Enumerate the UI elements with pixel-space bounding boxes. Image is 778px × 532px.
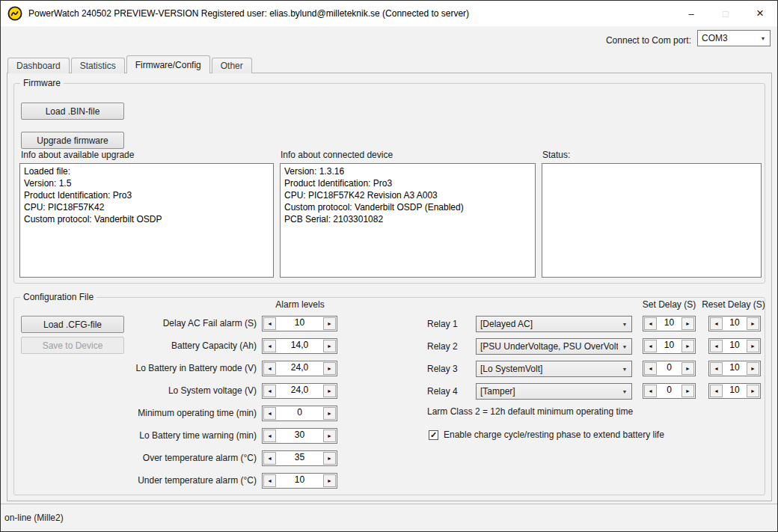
spin-right-icon[interactable]: ► xyxy=(747,385,759,397)
relay-1-select[interactable]: [Delayed AC] ▼ xyxy=(476,316,632,332)
set-delay-spinner[interactable]: ◄ 10 ► xyxy=(643,316,696,331)
spin-right-icon[interactable]: ► xyxy=(681,385,694,397)
spin-right-icon[interactable]: ► xyxy=(681,362,694,375)
relay-label: Relay 4 xyxy=(427,383,466,400)
tab-strip: Dashboard Statistics Firmware/Config Oth… xyxy=(7,55,254,73)
available-upgrade-info: Loaded file: Version: 1.5 Product Identi… xyxy=(19,163,274,278)
alarm-spinner[interactable]: ◄ 10 ► xyxy=(262,473,337,489)
spin-left-icon[interactable]: ◄ xyxy=(710,362,723,375)
close-button[interactable]: × xyxy=(743,1,777,26)
chevron-down-icon: ▼ xyxy=(618,367,631,372)
set-delay-value[interactable]: 0 xyxy=(658,384,681,398)
relay-row: Relay 3 [Lo SystemVolt] ▼ ◄ 0 ► ◄ 10 ► xyxy=(14,361,765,377)
tab-label: Other xyxy=(221,61,243,71)
alarm-value[interactable]: 35 xyxy=(277,451,322,465)
charge-checkbox-label: Enable charge cycle/resting phase to ext… xyxy=(444,429,664,441)
set-delay-value[interactable]: 10 xyxy=(658,317,681,331)
spin-right-icon[interactable]: ► xyxy=(323,452,336,465)
set-delay-spinner[interactable]: ◄ 0 ► xyxy=(643,383,696,399)
spin-left-icon[interactable]: ◄ xyxy=(644,340,657,352)
chevron-down-icon: ▼ xyxy=(618,322,631,327)
config-group-label: Configuration File xyxy=(20,292,97,302)
alarm-label: Under temperature alarm (°C) xyxy=(89,473,257,489)
spin-left-icon[interactable]: ◄ xyxy=(644,362,657,375)
connected-device-info: Version: 1.3.16 Product Identification: … xyxy=(280,163,536,278)
relay-label: Relay 2 xyxy=(427,338,466,355)
spin-left-icon[interactable]: ◄ xyxy=(710,317,723,330)
reset-delay-value[interactable]: 10 xyxy=(723,339,746,353)
relay-value: [PSU UnderVoltage, PSU OverVolta xyxy=(477,341,618,352)
checkmark-icon: ✓ xyxy=(430,431,437,439)
relay-label: Relay 1 xyxy=(427,316,466,332)
set-delay-value[interactable]: 0 xyxy=(658,361,681,376)
alarm-levels-header: Alarm levels xyxy=(248,299,352,310)
spin-left-icon[interactable]: ◄ xyxy=(710,385,723,397)
tab-statistics[interactable]: Statistics xyxy=(71,58,125,73)
relay-2-select[interactable]: [PSU UnderVoltage, PSU OverVolta ▼ xyxy=(476,338,632,355)
tab-firmware-config[interactable]: Firmware/Config xyxy=(126,55,210,73)
status-label: Status: xyxy=(542,150,570,160)
minimize-button[interactable]: – xyxy=(674,1,708,26)
reset-delay-spinner[interactable]: ◄ 10 ► xyxy=(708,316,761,331)
spin-left-icon[interactable]: ◄ xyxy=(710,340,723,352)
relay-value: [Tamper] xyxy=(477,386,618,397)
relay-label: Relay 3 xyxy=(427,361,466,377)
alarm-row: Over temperature alarm (°C) ◄ 35 ► xyxy=(14,450,765,467)
charge-checkbox[interactable]: ✓ xyxy=(429,430,438,440)
alarm-value[interactable]: 10 xyxy=(277,474,322,488)
relay-3-select[interactable]: [Lo SystemVolt] ▼ xyxy=(476,361,632,377)
relay-row: Relay 1 [Delayed AC] ▼ ◄ 10 ► ◄ 10 ► xyxy=(14,316,765,332)
relay-row: Relay 2 [PSU UnderVoltage, PSU OverVolta… xyxy=(14,338,765,355)
reset-delay-value[interactable]: 10 xyxy=(723,361,746,376)
app-window: PowerWatch 240502 PREVIEW-VERSION Regist… xyxy=(0,0,778,532)
alarm-row: Under temperature alarm (°C) ◄ 10 ► xyxy=(14,473,765,489)
reset-delay-value[interactable]: 10 xyxy=(723,317,746,331)
chevron-down-icon: ▼ xyxy=(618,344,631,349)
reset-delay-spinner[interactable]: ◄ 10 ► xyxy=(708,338,761,354)
relay-4-select[interactable]: [Tamper] ▼ xyxy=(476,383,632,400)
alarm-spinner[interactable]: ◄ 35 ► xyxy=(262,450,337,466)
chevron-down-icon: ▼ xyxy=(756,36,770,41)
spin-right-icon[interactable]: ► xyxy=(747,362,759,375)
alarm-label: Over temperature alarm (°C) xyxy=(89,450,257,466)
charge-cycle-row: ✓ Enable charge cycle/resting phase to e… xyxy=(14,429,765,441)
spin-right-icon[interactable]: ► xyxy=(747,317,759,330)
spin-left-icon[interactable]: ◄ xyxy=(263,474,276,487)
spin-right-icon[interactable]: ► xyxy=(681,317,694,330)
reset-delay-spinner[interactable]: ◄ 10 ► xyxy=(708,361,761,376)
firmware-group: Firmware Load .BIN-file Upgrade firmware… xyxy=(13,83,765,284)
minimize-icon: – xyxy=(688,8,693,19)
reset-delay-header: Reset Delay (S) xyxy=(694,299,773,310)
reset-delay-value[interactable]: 10 xyxy=(723,384,746,398)
relay-row: Relay 4 [Tamper] ▼ ◄ 0 ► ◄ 10 ► xyxy=(14,383,765,400)
spin-left-icon[interactable]: ◄ xyxy=(263,452,276,465)
set-delay-value[interactable]: 10 xyxy=(658,339,681,353)
load-bin-button[interactable]: Load .BIN-file xyxy=(21,103,124,120)
set-delay-spinner[interactable]: ◄ 10 ► xyxy=(643,338,696,354)
maximize-button[interactable]: □ xyxy=(708,1,743,26)
chevron-down-icon: ▼ xyxy=(618,389,631,394)
set-delay-spinner[interactable]: ◄ 0 ► xyxy=(643,361,696,376)
com-port-value: COM3 xyxy=(698,33,756,43)
reset-delay-spinner[interactable]: ◄ 10 ► xyxy=(708,383,761,399)
maximize-icon: □ xyxy=(723,8,729,19)
tab-other[interactable]: Other xyxy=(212,58,252,73)
spin-right-icon[interactable]: ► xyxy=(681,340,694,352)
firmware-config-page: Firmware Load .BIN-file Upgrade firmware… xyxy=(7,73,772,501)
spin-right-icon[interactable]: ► xyxy=(323,474,336,487)
note-row: Larm Class 2 = 12h default minimum opera… xyxy=(14,406,765,418)
upgrade-firmware-button[interactable]: Upgrade firmware xyxy=(21,132,124,149)
spin-left-icon[interactable]: ◄ xyxy=(644,317,657,330)
status-text: on-line (Mille2) xyxy=(4,513,64,523)
spin-left-icon[interactable]: ◄ xyxy=(644,385,657,397)
com-port-select[interactable]: COM3 ▼ xyxy=(697,30,771,46)
tab-label: Firmware/Config xyxy=(135,60,201,70)
tab-label: Statistics xyxy=(80,61,116,71)
tab-dashboard[interactable]: Dashboard xyxy=(7,58,70,73)
relay-value: [Lo SystemVolt] xyxy=(477,364,618,374)
window-controls: – □ × xyxy=(674,1,777,26)
titlebar: PowerWatch 240502 PREVIEW-VERSION Regist… xyxy=(1,1,777,26)
status-box xyxy=(542,163,762,278)
tab-label: Dashboard xyxy=(16,61,61,71)
spin-right-icon[interactable]: ► xyxy=(747,340,759,352)
